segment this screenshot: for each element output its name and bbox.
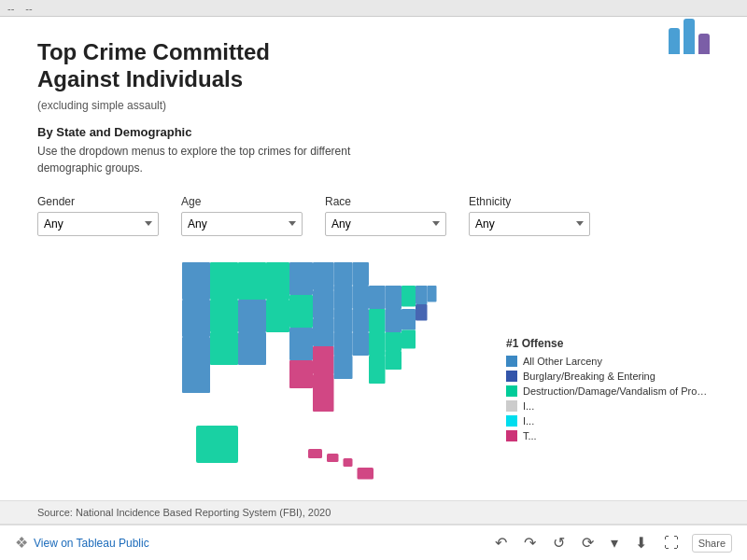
- legend-item-1: Burglary/Breaking & Entering: [506, 371, 710, 382]
- svg-rect-43: [196, 426, 238, 463]
- svg-rect-14: [289, 360, 313, 388]
- svg-rect-9: [266, 262, 289, 300]
- svg-rect-19: [313, 374, 334, 412]
- legend-item-3: I...: [506, 400, 710, 412]
- legend-item-0: All Other Larceny: [506, 356, 710, 367]
- svg-rect-28: [334, 332, 353, 356]
- legend-label-4: I...: [523, 415, 534, 427]
- legend-label-3: I...: [523, 400, 534, 412]
- svg-rect-22: [334, 286, 353, 309]
- reset-button[interactable]: ↺: [549, 532, 569, 553]
- tableau-icon: ❖: [15, 534, 28, 552]
- redo-button[interactable]: ↷: [520, 532, 540, 553]
- filter-age-select[interactable]: Any: [181, 212, 303, 236]
- svg-rect-40: [416, 304, 428, 321]
- svg-rect-27: [369, 309, 386, 332]
- refresh-button[interactable]: ⟳: [578, 532, 598, 553]
- map-section: #1 Offense All Other Larceny Burglary/Br…: [37, 253, 710, 496]
- legend-label-5: T...: [523, 430, 537, 441]
- svg-rect-36: [402, 329, 416, 348]
- svg-rect-7: [238, 300, 266, 332]
- svg-rect-17: [313, 318, 334, 346]
- legend-item-4: I...: [506, 415, 710, 427]
- topbar-item2: --: [25, 3, 32, 14]
- legend-title: #1 Offense: [506, 337, 710, 350]
- legend-item-5: T...: [506, 430, 710, 441]
- svg-rect-35: [402, 309, 416, 330]
- svg-rect-2: [182, 337, 210, 393]
- pause-button[interactable]: ▾: [607, 532, 622, 553]
- filter-gender-label: Gender: [37, 195, 159, 208]
- svg-rect-39: [428, 286, 437, 302]
- filter-race-select[interactable]: Any: [325, 212, 446, 236]
- svg-rect-26: [353, 309, 370, 332]
- section-label: By State and Demographic: [37, 125, 710, 139]
- svg-rect-10: [266, 300, 289, 332]
- svg-rect-3: [210, 262, 238, 300]
- page-subtitle: (excluding simple assault): [37, 99, 710, 112]
- svg-rect-23: [353, 286, 370, 309]
- legend-color-5: [506, 430, 517, 441]
- filter-ethnicity-label: Ethnicity: [469, 195, 590, 208]
- svg-rect-13: [289, 328, 313, 360]
- source-text: Source: National Incidence Based Reporti…: [37, 507, 331, 518]
- svg-rect-47: [358, 468, 374, 480]
- download-button[interactable]: ⬇: [631, 532, 651, 553]
- toolbar-right: ↶ ↷ ↺ ⟳ ▾ ⬇ ⛶ Share: [491, 532, 732, 553]
- svg-rect-1: [182, 300, 210, 337]
- legend-color-3: [506, 400, 517, 412]
- filter-ethnicity-select[interactable]: Any: [469, 212, 590, 236]
- svg-rect-34: [386, 309, 402, 332]
- svg-rect-8: [238, 332, 266, 365]
- svg-rect-24: [369, 286, 386, 309]
- svg-rect-5: [210, 332, 238, 365]
- svg-rect-6: [238, 262, 266, 300]
- bottom-toolbar: ❖ View on Tableau Public ↶ ↷ ↺ ⟳ ▾ ⬇ ⛶ S…: [0, 525, 747, 560]
- top-bar: -- --: [0, 0, 747, 17]
- svg-rect-25: [334, 309, 353, 332]
- svg-rect-18: [313, 346, 334, 374]
- fullscreen-button[interactable]: ⛶: [660, 533, 683, 553]
- topbar-item1: --: [7, 3, 14, 14]
- svg-rect-45: [327, 454, 339, 462]
- legend-label-2: Destruction/Damage/Vandalism of Proper..…: [523, 385, 710, 397]
- filter-ethnicity: Ethnicity Any: [469, 195, 590, 236]
- svg-rect-4: [210, 300, 238, 332]
- svg-rect-12: [289, 295, 313, 328]
- svg-rect-44: [308, 449, 322, 458]
- svg-rect-46: [344, 458, 353, 467]
- svg-rect-16: [313, 290, 334, 318]
- section-desc: Use the dropdown menus to explore the to…: [37, 143, 710, 176]
- legend-color-2: [506, 385, 517, 397]
- legend-label-1: Burglary/Breaking & Entering: [523, 371, 655, 382]
- svg-rect-0: [182, 262, 210, 300]
- source-bar: Source: National Incidence Based Reporti…: [0, 500, 747, 525]
- filter-race: Race Any: [325, 195, 446, 236]
- svg-rect-21: [353, 262, 370, 286]
- svg-rect-20: [334, 262, 353, 286]
- filter-race-label: Race: [325, 195, 446, 208]
- svg-rect-31: [334, 356, 353, 379]
- filter-gender-select[interactable]: Any Male Female: [37, 212, 159, 236]
- legend-color-1: [506, 371, 517, 382]
- filter-age: Age Any: [181, 195, 303, 236]
- toolbar-left: ❖ View on Tableau Public: [15, 534, 149, 552]
- undo-button[interactable]: ↶: [491, 532, 511, 553]
- svg-rect-38: [416, 286, 428, 304]
- filters-row: Gender Any Male Female Age Any Race Any …: [37, 195, 710, 236]
- page-title: Top Crime Committed Against Individuals: [37, 39, 710, 93]
- main-content: Top Crime Committed Against Individuals …: [0, 17, 747, 496]
- legend-item-2: Destruction/Damage/Vandalism of Proper..…: [506, 385, 710, 397]
- svg-rect-33: [402, 286, 416, 307]
- svg-rect-15: [313, 262, 334, 290]
- svg-rect-29: [353, 332, 370, 356]
- legend-color-4: [506, 415, 517, 427]
- share-button[interactable]: Share: [692, 534, 732, 553]
- svg-rect-11: [289, 262, 313, 295]
- svg-rect-42: [369, 356, 386, 384]
- svg-rect-32: [386, 286, 402, 309]
- svg-rect-41: [386, 351, 402, 370]
- filter-gender: Gender Any Male Female: [37, 195, 159, 236]
- svg-rect-30: [369, 332, 386, 356]
- view-on-tableau-link[interactable]: View on Tableau Public: [34, 537, 149, 550]
